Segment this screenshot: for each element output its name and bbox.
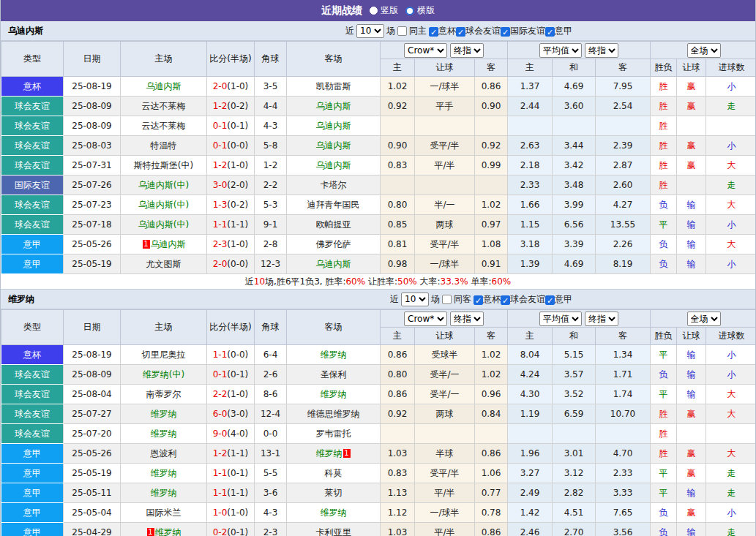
team-name[interactable]: 斯特拉斯堡(中) [134, 160, 193, 170]
average-odds-select[interactable]: 平均值 [539, 312, 582, 326]
score-cell[interactable]: 0-1(0-0) [207, 136, 255, 156]
team-name[interactable]: 维罗纳 [151, 468, 177, 478]
scope-select[interactable]: 全场 [687, 43, 721, 58]
layout-horizontal-radio[interactable]: 横版 [405, 4, 435, 17]
recent-count-select[interactable]: 10 [356, 24, 384, 38]
team-name[interactable]: 国际米兰 [146, 507, 181, 518]
team-name[interactable]: 乌迪内斯 [151, 239, 186, 249]
team-name[interactable]: 恩波利 [151, 448, 177, 458]
team-name[interactable]: 南蒂罗尔 [146, 389, 181, 399]
average-odds-select[interactable]: 平均值 [539, 43, 582, 58]
score-cell[interactable]: 1-1(1-1) [207, 483, 255, 503]
radio-horizontal-label[interactable]: 横版 [417, 4, 435, 17]
same-venue-checkbox[interactable] [397, 26, 407, 36]
fulltime-score[interactable]: 1-2 [213, 101, 228, 111]
team-name[interactable]: 卡塔尔 [321, 180, 347, 190]
team-name[interactable]: 卡利亚里 [316, 527, 351, 536]
fulltime-score[interactable]: 9-0 [213, 429, 228, 439]
team-name[interactable]: 欧帕提亚 [316, 219, 351, 230]
team-name[interactable]: 维罗纳 [151, 409, 177, 419]
team-name[interactable]: 乌迪内斯 [316, 140, 351, 151]
team-name[interactable]: 圣保利 [321, 369, 347, 380]
score-cell[interactable]: 1-2(1-1) [207, 444, 255, 464]
fulltime-score[interactable]: 2-3 [213, 239, 228, 249]
fulltime-score[interactable]: 2-0 [213, 259, 228, 269]
league-checkbox[interactable] [501, 295, 510, 305]
team-name[interactable]: 尤文图斯 [146, 259, 181, 269]
score-cell[interactable]: 2-3(1-0) [207, 235, 255, 254]
same-venue-checkbox[interactable] [442, 295, 452, 304]
fulltime-score[interactable]: 1-1 [213, 350, 228, 360]
average-stage-select[interactable]: 终指 [585, 43, 618, 58]
team-name[interactable]: 切里尼奥拉 [142, 350, 186, 360]
score-cell[interactable]: 6-0(3-0) [207, 404, 255, 424]
fulltime-score[interactable]: 1-3 [213, 200, 228, 210]
team-name[interactable]: 乌迪内斯 [146, 81, 181, 91]
score-cell[interactable]: 3-0(2-0) [207, 175, 255, 195]
score-cell[interactable]: 0-1(0-1) [207, 365, 255, 385]
fulltime-score[interactable]: 2-2 [213, 389, 228, 399]
radio-selected-icon[interactable] [370, 7, 378, 15]
team-name[interactable]: 乌迪内斯 [316, 121, 351, 131]
fulltime-score[interactable]: 0-2 [213, 527, 228, 536]
fulltime-score[interactable]: 0-1 [213, 369, 228, 380]
team-name[interactable]: 维罗纳 [321, 389, 347, 399]
odds-provider-select[interactable]: Crow* [404, 312, 447, 326]
league-checkbox[interactable] [474, 295, 483, 305]
league-checkbox[interactable] [501, 27, 510, 37]
recent-count-select[interactable]: 10 [401, 292, 429, 306]
score-cell[interactable]: 1-2(1-0) [207, 156, 255, 175]
score-cell[interactable]: 1-1(1-1) [207, 215, 255, 235]
team-name[interactable]: 科莫 [325, 468, 343, 478]
radio-vertical-label[interactable]: 竖版 [381, 4, 398, 17]
score-cell[interactable]: 1-1(0-0) [207, 345, 255, 365]
score-cell[interactable]: 9-0(4-0) [207, 424, 255, 444]
team-name[interactable]: 乌迪内斯 [316, 259, 351, 269]
fulltime-score[interactable]: 2-0 [213, 81, 228, 91]
score-cell[interactable]: 1-0(1-0) [207, 503, 255, 523]
team-name[interactable]: 维罗纳(中) [143, 369, 184, 380]
team-name[interactable]: 维罗纳 [151, 488, 177, 498]
league-checkbox[interactable] [545, 295, 555, 305]
fulltime-score[interactable]: 1-1 [213, 488, 228, 498]
average-stage-select[interactable]: 终指 [585, 312, 618, 326]
league-checkbox[interactable] [429, 27, 438, 37]
score-cell[interactable]: 2-0(1-0) [207, 77, 255, 97]
fulltime-score[interactable]: 3-0 [213, 180, 228, 190]
team-name[interactable]: 乌迪内斯(中) [138, 200, 189, 210]
fulltime-score[interactable]: 1-2 [213, 160, 228, 170]
team-name[interactable]: 莱切 [325, 488, 343, 498]
odds-stage-select[interactable]: 终指 [450, 312, 484, 326]
team-name[interactable]: 乌迪内斯(中) [138, 219, 189, 230]
scope-select[interactable]: 全场 [687, 312, 721, 326]
team-name[interactable]: 乌迪内斯 [316, 160, 351, 170]
team-name[interactable]: 云达不莱梅 [142, 121, 186, 131]
radio-unselected-icon[interactable] [405, 7, 414, 15]
score-cell[interactable]: 0-2(0-1) [207, 523, 255, 536]
layout-vertical-radio[interactable]: 竖版 [370, 4, 398, 17]
team-name[interactable]: 维罗纳 [155, 527, 181, 536]
league-checkbox[interactable] [545, 27, 555, 37]
team-name[interactable]: 乌迪内斯(中) [138, 180, 189, 190]
team-name[interactable]: 维罗纳 [321, 507, 347, 518]
score-cell[interactable]: 1-1(0-1) [207, 464, 255, 483]
score-cell[interactable]: 1-3(0-2) [207, 195, 255, 215]
fulltime-score[interactable]: 6-0 [213, 409, 228, 419]
fulltime-score[interactable]: 1-1 [213, 219, 228, 230]
team-name[interactable]: 乌迪内斯 [316, 101, 351, 111]
league-checkbox[interactable] [456, 27, 465, 37]
team-name[interactable]: 维德思维罗纳 [307, 409, 360, 419]
team-name[interactable]: 佛罗伦萨 [316, 239, 351, 249]
team-name[interactable]: 迪拜青年国民 [307, 200, 360, 210]
team-name[interactable]: 特温特 [151, 140, 177, 151]
score-cell[interactable]: 1-2(0-2) [207, 97, 255, 116]
score-cell[interactable]: 2-2(1-0) [207, 385, 255, 404]
team-name[interactable]: 维罗纳 [321, 350, 347, 360]
odds-stage-select[interactable]: 终指 [450, 43, 484, 58]
team-name[interactable]: 维罗纳 [151, 429, 177, 439]
team-name[interactable]: 凯勒雷斯 [316, 81, 351, 91]
fulltime-score[interactable]: 0-1 [213, 121, 228, 131]
score-cell[interactable]: 2-0(0-0) [207, 254, 255, 274]
team-name[interactable]: 维罗纳 [316, 448, 343, 458]
score-cell[interactable]: 0-1(0-1) [207, 116, 255, 136]
